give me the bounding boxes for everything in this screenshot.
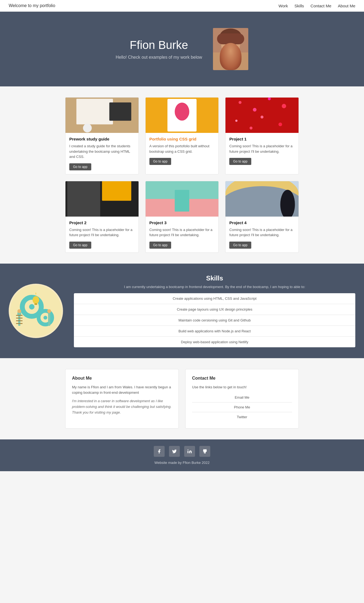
hero-text: Ffion Burke Hello! Check out examples of… xyxy=(116,39,202,60)
card-title-project4: Project 4 xyxy=(229,220,295,225)
card-desc-project3: Coming soon! This is a placeholder for a… xyxy=(149,227,215,238)
card-desc-project4: Coming soon! This is a placeholder for a… xyxy=(229,227,295,238)
hero-avatar xyxy=(213,28,248,70)
svg-rect-20 xyxy=(16,320,23,321)
footer-credit: Website made by Ffion Burke 2022 xyxy=(9,461,355,465)
projects-section: Prework study guide I created a study gu… xyxy=(60,97,304,253)
btn-project3[interactable]: Go to app xyxy=(149,242,171,249)
svg-point-9 xyxy=(43,316,47,320)
hero-name: Ffion Burke xyxy=(116,39,202,52)
card-title-project2: Project 2 xyxy=(69,220,135,225)
card-title-portfolio: Portfolio using CSS grid xyxy=(149,137,215,141)
svg-rect-21 xyxy=(16,323,23,324)
skill-item-0: Create applications using HTML, CSS and … xyxy=(74,293,355,304)
svg-rect-4 xyxy=(217,33,244,44)
about-para1: My name is Ffion and I am from Wales. I … xyxy=(72,385,172,396)
card-desc-project1: Coming soon! This is a placeholder for a… xyxy=(229,143,295,154)
contact-card: Contact Me Use the links below to get in… xyxy=(185,369,299,429)
card-desc-project2: Coming soon! This is a placeholder for a… xyxy=(69,227,135,238)
btn-portfolio[interactable]: Go to app xyxy=(149,158,171,165)
hero-avatar-svg xyxy=(213,28,248,70)
skill-item-1: Create page layours using UX design prin… xyxy=(74,304,355,315)
about-heading: About Me xyxy=(72,376,172,381)
card-title-project1: Project 1 xyxy=(229,137,295,141)
btn-project4[interactable]: Go to app xyxy=(229,242,251,249)
skills-intro: I am currently undertaking a bootcamp in… xyxy=(74,285,355,289)
card-desc-portfolio: A version of this portofolio built witho… xyxy=(149,143,215,154)
nav-skills[interactable]: Skills xyxy=(294,4,304,8)
card-portfolio-css: Portfolio using CSS grid A version of th… xyxy=(145,97,219,174)
card-img-portfolio xyxy=(146,98,219,133)
svg-point-23 xyxy=(188,449,189,450)
svg-point-8 xyxy=(29,304,34,310)
skill-item-3: Build web applications with Node.js and … xyxy=(74,326,355,337)
footer: Website made by Ffion Burke 2022 xyxy=(0,439,364,471)
skills-svg xyxy=(10,285,62,337)
card-img-project4 xyxy=(225,181,299,217)
svg-rect-13 xyxy=(48,312,50,326)
nav-about[interactable]: About Me xyxy=(338,4,355,8)
skills-illustration xyxy=(9,284,63,338)
bottom-cards: About Me My name is Ffion and I am from … xyxy=(60,369,304,429)
skills-content: Skills I am currently undertaking a boot… xyxy=(74,274,355,347)
skill-item-2: Maintain code cersioning using Git and G… xyxy=(74,315,355,326)
btn-project1[interactable]: Go to app xyxy=(229,158,251,165)
card-img-prework xyxy=(65,98,139,133)
github-icon[interactable] xyxy=(199,446,210,457)
contact-links: Email Me Phone Me Twitter xyxy=(192,393,292,422)
facebook-icon[interactable] xyxy=(154,446,165,457)
card-project4: Project 4 Coming soon! This is a placeho… xyxy=(225,181,299,253)
card-img-project3 xyxy=(146,181,219,217)
svg-point-14 xyxy=(47,309,51,313)
skill-item-4: Deploy web-based application using Netli… xyxy=(74,337,355,347)
card-project1: Project 1 Coming soon! This is a placeho… xyxy=(225,97,299,174)
about-para2: I'm interested in a career in software d… xyxy=(72,398,172,415)
hero-subtitle: Hello! Check out examples of my work bel… xyxy=(116,55,202,60)
nav-title: Welcome to my portfolio xyxy=(9,3,55,8)
svg-rect-22 xyxy=(188,451,189,453)
svg-rect-1 xyxy=(213,52,248,70)
card-prework: Prework study guide I created a study gu… xyxy=(65,97,139,174)
nav-contact[interactable]: Contact Me xyxy=(310,4,331,8)
nav-links: Work Skills Contact Me About Me xyxy=(278,4,355,8)
navbar: Welcome to my portfolio Work Skills Cont… xyxy=(0,0,364,12)
hero-section: Ffion Burke Hello! Check out examples of… xyxy=(0,12,364,86)
nav-work[interactable]: Work xyxy=(278,4,288,8)
contact-phone[interactable]: Phone Me xyxy=(192,402,292,412)
card-desc-prework: I created a study guide for the students… xyxy=(69,143,135,160)
card-img-project1 xyxy=(225,98,299,133)
footer-icons xyxy=(9,446,355,457)
contact-heading: Contact Me xyxy=(192,376,292,381)
contact-intro: Use the links below to get in touch! xyxy=(192,385,292,390)
svg-point-12 xyxy=(17,309,21,313)
svg-rect-19 xyxy=(16,318,23,318)
contact-email[interactable]: Email Me xyxy=(192,393,292,402)
svg-rect-16 xyxy=(34,303,37,305)
projects-grid: Prework study guide I created a study gu… xyxy=(65,97,299,253)
card-title-project3: Project 3 xyxy=(149,220,215,225)
card-title-prework: Prework study guide xyxy=(69,137,135,141)
card-project2: Project 2 Coming soon! This is a placeho… xyxy=(65,181,139,253)
skills-list: Create applications using HTML, CSS and … xyxy=(74,293,355,347)
skills-section: Skills I am currently undertaking a boot… xyxy=(0,264,364,358)
linkedin-icon[interactable] xyxy=(184,446,195,457)
twitter-icon[interactable] xyxy=(169,446,180,457)
btn-prework[interactable]: Go to app xyxy=(69,163,91,170)
svg-point-15 xyxy=(33,296,39,304)
svg-rect-18 xyxy=(16,315,23,316)
skills-heading: Skills xyxy=(74,274,355,282)
about-card: About Me My name is Ffion and I am from … xyxy=(65,369,179,429)
contact-twitter[interactable]: Twitter xyxy=(192,412,292,422)
card-project3: Project 3 Coming soon! This is a placeho… xyxy=(145,181,219,253)
btn-project2[interactable]: Go to app xyxy=(69,242,91,249)
card-img-project2 xyxy=(65,181,139,217)
